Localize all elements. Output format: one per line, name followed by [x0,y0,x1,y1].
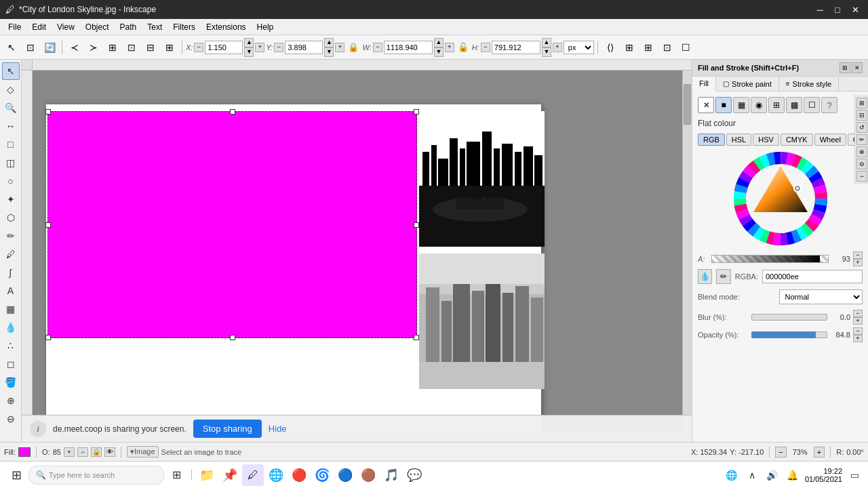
w-minus-btn[interactable]: − [373,43,382,52]
tab-fill[interactable]: Fill [692,77,716,92]
tab-stroke-style[interactable]: ≡ Stroke style [779,77,839,91]
taskbar-file-btn[interactable]: 📁 [196,464,218,486]
toolbar-btn-6[interactable]: ⊞ [104,39,121,56]
sel-handle-bc[interactable] [230,335,235,340]
tool-eraser[interactable]: ◻ [2,355,20,373]
menu-edit[interactable]: Edit [26,19,52,35]
tray-chevron-btn[interactable]: ∧ [744,467,760,483]
zoom-minus-btn[interactable]: − [775,447,786,458]
close-button[interactable]: ✕ [848,2,863,17]
taskbar-app3-btn[interactable]: 🟤 [357,464,379,486]
show-desktop-btn[interactable]: ▭ [846,467,863,483]
sel-handle-mr[interactable] [414,222,419,228]
panel-detach-btn[interactable]: ⊞ [840,62,850,73]
tool-select[interactable]: ↖ [2,62,20,80]
panel-close-btn[interactable]: ✕ [852,62,863,73]
tray-network-btn[interactable]: 🔊 [764,467,781,483]
start-button[interactable]: ⊞ [5,464,27,486]
toolbar-btn-10[interactable]: ⟨⟩ [601,39,619,56]
panel-icon-5[interactable]: ⊕ [856,146,867,157]
color-mode-cmyk[interactable]: CMYK [781,134,813,146]
taskbar-browser1-btn[interactable]: 🌐 [265,464,287,486]
hide-button[interactable]: Hide [269,424,287,434]
opacity-plus-btn[interactable]: + [853,335,863,342]
image-btn[interactable]: ▾Image [127,446,159,458]
tool-circle[interactable]: ○ [2,172,20,190]
panel-icon-1[interactable]: ⊞ [856,98,867,108]
x-up-btn[interactable]: ▲ [244,38,254,47]
tool-zoom-canvas[interactable]: ⊕ [2,392,20,409]
w-down-btn[interactable]: ▼ [434,47,443,57]
y-minus-btn[interactable]: − [274,43,283,52]
paint-linear-btn[interactable]: ▦ [733,97,749,113]
zoom-plus-btn[interactable]: + [814,447,825,458]
tool-spray[interactable]: ∴ [2,337,20,354]
panel-icon-6[interactable]: ⊖ [856,159,867,169]
taskbar-app1-btn[interactable]: 🌀 [311,464,333,486]
tool-pencil[interactable]: ✏ [2,227,20,245]
sel-handle-tc[interactable] [230,109,235,115]
toolbar-btn-4[interactable]: ≺ [66,39,83,56]
alpha-minus-btn[interactable]: − [853,251,863,259]
toolbar-btn-11[interactable]: ⊞ [620,39,638,56]
rgba-input[interactable] [762,270,863,283]
y-down-btn[interactable]: ▼ [324,47,334,57]
magenta-rect[interactable] [47,111,417,338]
color-pen-btn[interactable]: ✏ [716,269,730,284]
panel-icon-7[interactable]: ↔ [856,171,867,182]
o-plus-btn[interactable]: + [64,447,75,457]
tool-zoom-out[interactable]: ⊖ [2,410,20,428]
toolbar-btn-1[interactable]: ↖ [3,39,20,56]
stop-sharing-button[interactable]: Stop sharing [193,420,262,438]
x-minus-btn[interactable]: − [194,43,203,52]
toolbar-btn-14[interactable]: ☐ [677,39,695,56]
sel-handle-ml[interactable] [45,222,51,228]
menu-object[interactable]: Object [80,19,115,35]
toolbar-btn-2[interactable]: ⊡ [22,39,39,56]
minimize-button[interactable]: ─ [812,2,827,17]
tool-rect[interactable]: □ [2,136,20,153]
toolbar-btn-3[interactable]: 🔄 [41,39,58,56]
unit-select[interactable]: px mm cm in [564,41,594,54]
tool-node[interactable]: ◇ [2,81,20,98]
tool-gradient[interactable]: ▦ [2,300,20,318]
tab-stroke-paint[interactable]: ▢ Stroke paint [716,77,779,91]
menu-text[interactable]: Text [142,19,167,35]
menu-path[interactable]: Path [115,19,142,35]
sel-handle-tr[interactable] [414,109,419,115]
paint-pattern-btn[interactable]: ▩ [786,97,802,113]
taskbar-browser2-btn[interactable]: 🔴 [288,464,310,486]
paint-swatch-btn[interactable]: ☐ [804,97,820,113]
vscroll-thumb[interactable] [684,84,691,125]
blur-plus-btn[interactable]: + [853,317,863,325]
color-mode-rgb[interactable]: RGB [698,134,725,146]
menu-view[interactable]: View [52,19,80,35]
sel-handle-br[interactable] [414,335,419,340]
h-minus-btn[interactable]: − [481,43,490,52]
tool-zoom[interactable]: 🔍 [2,99,20,117]
maximize-button[interactable]: □ [830,2,845,17]
taskbar-chat-btn[interactable]: 💬 [403,464,425,486]
w-up-btn[interactable]: ▲ [434,38,443,47]
tool-paint[interactable]: 🪣 [2,373,20,391]
color-mode-hsl[interactable]: HSL [726,134,751,146]
tool-3d[interactable]: ◫ [2,154,20,171]
fill-color-box[interactable] [18,447,31,457]
toolbar-btn-7[interactable]: ⊡ [123,39,140,56]
color-dropper-btn[interactable]: 💧 [698,269,712,284]
h-down-btn[interactable]: ▼ [542,47,551,57]
h-up-btn[interactable]: ▲ [542,38,551,47]
taskbar-music-btn[interactable]: 🎵 [380,464,402,486]
w-input[interactable] [384,41,433,54]
menu-filters[interactable]: Filters [167,19,201,35]
toolbar-btn-12[interactable]: ⊞ [639,39,657,56]
paint-none-btn[interactable]: ✕ [698,97,714,113]
tool-dropper[interactable]: 💧 [2,319,20,336]
h-plus-btn[interactable]: + [553,43,562,52]
alpha-slider[interactable] [711,255,829,263]
sel-handle-bl[interactable] [45,335,51,340]
color-wheel[interactable] [733,151,828,246]
x-input[interactable] [205,41,243,54]
taskbar-pin-btn[interactable]: 📌 [219,464,241,486]
taskview-btn[interactable]: ⊞ [165,464,187,486]
